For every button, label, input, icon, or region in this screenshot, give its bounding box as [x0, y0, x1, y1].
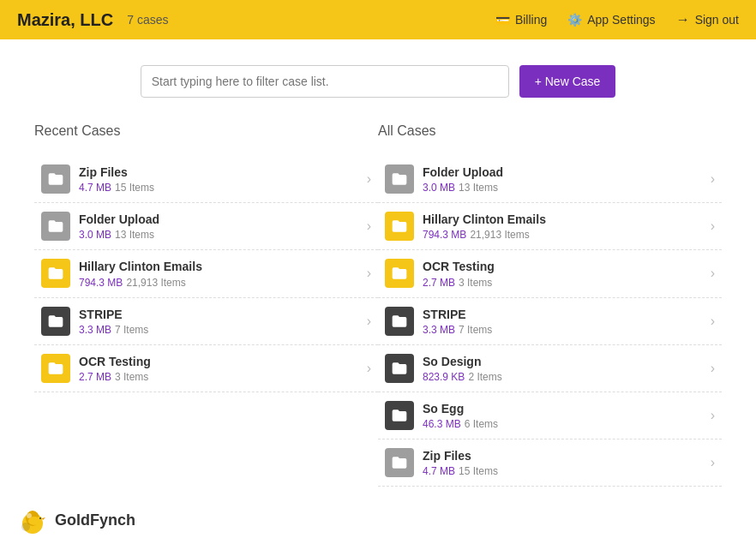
new-case-button[interactable]: + New Case [519, 65, 616, 98]
case-items-count: 21,913 Items [470, 229, 529, 241]
header-right: Billing App Settings Sign out [495, 12, 739, 27]
case-size: 4.7 MB [79, 182, 111, 194]
list-item[interactable]: STRIPE3.3 MB7 Items› [378, 298, 722, 345]
case-name: OCR Testing [79, 354, 358, 369]
signout-icon [676, 12, 690, 27]
case-meta: 4.7 MB15 Items [423, 465, 702, 477]
case-name: STRIPE [423, 307, 702, 322]
case-meta: 4.7 MB15 Items [79, 182, 358, 194]
chevron-right-icon: › [711, 361, 715, 376]
case-meta: 3.3 MB7 Items [423, 324, 702, 336]
case-items-count: 7 Items [459, 324, 492, 336]
case-meta: 3.3 MB7 Items [79, 324, 358, 336]
case-info: STRIPE3.3 MB7 Items [79, 307, 358, 336]
list-item[interactable]: Hillary Clinton Emails794.3 MB21,913 Ite… [34, 250, 378, 297]
case-meta: 46.3 MB6 Items [423, 418, 702, 430]
case-info: STRIPE3.3 MB7 Items [423, 307, 702, 336]
case-meta: 823.9 KB2 Items [423, 371, 702, 383]
app-header: Mazira, LLC 7 cases Billing App Settings… [0, 0, 756, 39]
app-settings-link[interactable]: App Settings [567, 13, 655, 27]
case-info: Zip Files4.7 MB15 Items [423, 448, 702, 477]
case-size: 46.3 MB [423, 418, 461, 430]
list-item[interactable]: STRIPE3.3 MB7 Items› [34, 298, 378, 345]
case-items-count: 21,913 Items [126, 277, 185, 289]
all-cases-list: Folder Upload3.0 MB13 Items› Hillary Cli… [378, 156, 722, 487]
chevron-right-icon: › [367, 266, 371, 281]
case-items-count: 13 Items [459, 182, 498, 194]
chevron-right-icon: › [367, 171, 371, 187]
svg-marker-6 [42, 517, 45, 520]
list-item[interactable]: OCR Testing2.7 MB3 Items› [378, 250, 722, 297]
case-info: OCR Testing2.7 MB3 Items [79, 354, 358, 383]
list-item[interactable]: Zip Files4.7 MB15 Items› [378, 439, 722, 487]
billing-link[interactable]: Billing [495, 13, 547, 27]
svg-point-7 [39, 517, 41, 519]
case-size: 2.7 MB [79, 371, 111, 383]
billing-label: Billing [515, 13, 547, 27]
billing-icon [495, 13, 510, 27]
case-items-count: 2 Items [468, 371, 501, 383]
case-size: 823.9 KB [423, 371, 465, 383]
chevron-right-icon: › [367, 361, 371, 376]
footer-brand-name: GoldFynch [55, 511, 135, 529]
list-item[interactable]: So Design823.9 KB2 Items› [378, 345, 722, 392]
case-count: 7 cases [127, 13, 168, 27]
case-folder-icon [41, 164, 70, 194]
case-name: OCR Testing [423, 259, 702, 274]
case-info: Zip Files4.7 MB15 Items [79, 164, 358, 194]
list-item[interactable]: Folder Upload3.0 MB13 Items› [378, 156, 722, 203]
case-name: Zip Files [79, 164, 358, 180]
search-input[interactable] [141, 65, 509, 98]
case-meta: 794.3 MB21,913 Items [423, 229, 702, 241]
case-size: 3.0 MB [79, 229, 111, 241]
case-meta: 794.3 MB21,913 Items [79, 277, 358, 289]
chevron-right-icon: › [711, 314, 715, 329]
case-info: Folder Upload3.0 MB13 Items [79, 212, 358, 241]
case-size: 3.3 MB [79, 324, 111, 336]
case-folder-icon [41, 212, 70, 241]
settings-icon [567, 13, 582, 27]
chevron-right-icon: › [711, 218, 715, 234]
case-name: Hillary Clinton Emails [79, 259, 358, 274]
recent-cases-column: Recent Cases Zip Files4.7 MB15 Items› Fo… [34, 123, 378, 487]
case-items-count: 13 Items [115, 229, 154, 241]
footer: GoldFynch [17, 505, 135, 535]
chevron-right-icon: › [711, 408, 715, 423]
sign-out-link[interactable]: Sign out [676, 12, 739, 27]
case-meta: 3.0 MB13 Items [79, 229, 358, 241]
search-bar-container: + New Case [17, 65, 739, 98]
chevron-right-icon: › [367, 314, 371, 329]
case-items-count: 15 Items [115, 182, 154, 194]
case-name: So Egg [423, 401, 702, 416]
case-folder-icon [385, 354, 414, 383]
case-name: So Design [423, 354, 702, 369]
case-info: Hillary Clinton Emails794.3 MB21,913 Ite… [79, 259, 358, 288]
case-folder-icon [385, 259, 414, 288]
recent-cases-heading: Recent Cases [34, 123, 378, 144]
case-name: STRIPE [79, 307, 358, 322]
list-item[interactable]: Hillary Clinton Emails794.3 MB21,913 Ite… [378, 203, 722, 250]
case-meta: 2.7 MB3 Items [423, 277, 702, 289]
case-name: Folder Upload [423, 164, 702, 180]
case-items-count: 3 Items [115, 371, 148, 383]
case-folder-icon [41, 307, 70, 336]
list-item[interactable]: Zip Files4.7 MB15 Items› [34, 156, 378, 203]
case-folder-icon [385, 164, 414, 194]
brand-name: Mazira, LLC [17, 10, 113, 30]
all-cases-column: All Cases Folder Upload3.0 MB13 Items› H… [378, 123, 722, 487]
sign-out-label: Sign out [695, 13, 739, 27]
case-size: 3.0 MB [423, 182, 455, 194]
case-name: Zip Files [423, 448, 702, 463]
case-size: 794.3 MB [79, 277, 123, 289]
list-item[interactable]: Folder Upload3.0 MB13 Items› [34, 203, 378, 250]
svg-point-5 [37, 517, 42, 522]
goldfynch-logo [17, 505, 48, 535]
recent-cases-list: Zip Files4.7 MB15 Items› Folder Upload3.… [34, 156, 378, 392]
case-items-count: 15 Items [459, 465, 498, 477]
svg-point-3 [21, 523, 30, 531]
header-left: Mazira, LLC 7 cases [17, 10, 169, 30]
list-item[interactable]: OCR Testing2.7 MB3 Items› [34, 345, 378, 392]
list-item[interactable]: So Egg46.3 MB6 Items› [378, 392, 722, 439]
case-size: 2.7 MB [423, 277, 455, 289]
case-items-count: 3 Items [459, 277, 492, 289]
